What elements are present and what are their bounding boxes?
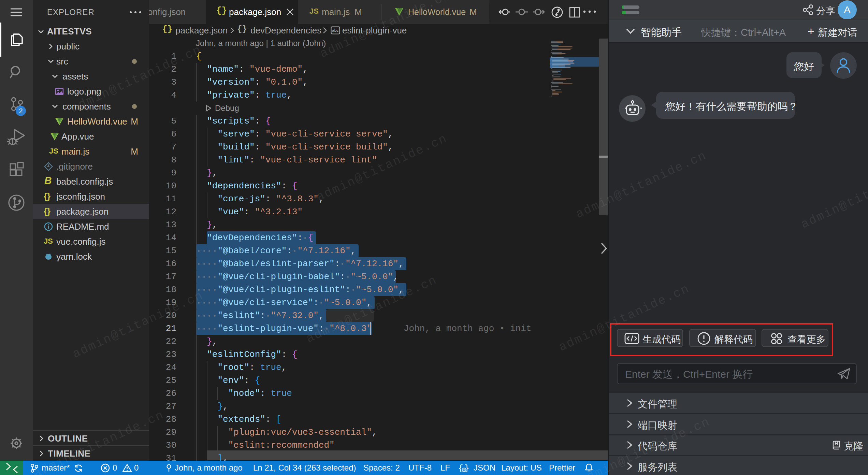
svg-text:abc: abc — [332, 28, 339, 32]
